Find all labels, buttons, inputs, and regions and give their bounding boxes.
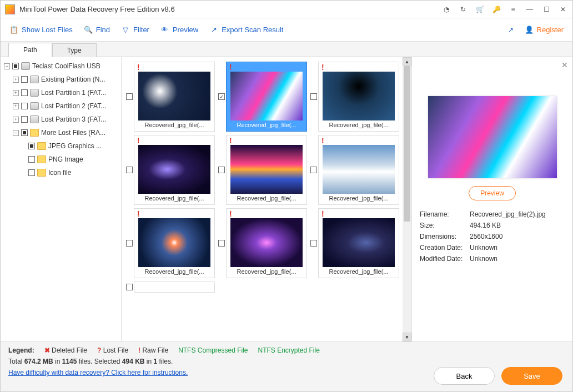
export-button[interactable]: ↗ Export Scan Result xyxy=(209,26,283,34)
thumb-card[interactable]: !Recovered_jpg_file(... xyxy=(226,135,307,205)
thumb-cell: !Recovered_jpg_file(... xyxy=(126,62,215,132)
file-name: Recovered_jpg_file(... xyxy=(136,120,213,129)
thumb-card[interactable]: !Recovered_jpg_file(... xyxy=(318,62,399,132)
help-link[interactable]: Have difficulty with data recovery? Clic… xyxy=(8,369,188,376)
help-icon[interactable]: ◔ xyxy=(441,4,451,14)
thumb-cell: !Recovered_jpg_file(... xyxy=(126,208,215,278)
folder-icon xyxy=(37,155,46,163)
thumb-cell: ✓!Recovered_jpg_file(... xyxy=(218,62,307,132)
show-lost-files-button[interactable]: 📋 Show Lost Files xyxy=(9,26,73,34)
expand-icon[interactable]: + xyxy=(13,77,19,83)
thumb-card[interactable]: !Recovered_jpg_file(... xyxy=(134,135,215,205)
thumb-cell: !Recovered_jpg_file(... xyxy=(310,208,399,278)
thumb-card[interactable]: !Recovered_jpg_file(... xyxy=(226,62,307,132)
checkbox[interactable] xyxy=(28,156,35,163)
thumb-card[interactable]: !Recovered_jpg_file(... xyxy=(134,208,215,278)
scroll-down-button[interactable]: ▼ xyxy=(403,333,411,341)
checkbox[interactable] xyxy=(28,143,35,149)
meta-dimensions-key: Dimensions: xyxy=(420,233,470,240)
drive-icon xyxy=(30,89,39,97)
thumbnail-image xyxy=(138,145,210,194)
collapse-icon[interactable]: − xyxy=(4,63,10,69)
tree-item[interactable]: + Existing Partition (N... xyxy=(2,73,120,86)
file-name: Recovered_jpg_file(... xyxy=(228,120,305,129)
preview-button[interactable]: 👁 Preview xyxy=(160,26,198,34)
tree-subitem[interactable]: PNG Image xyxy=(2,153,120,166)
cart-icon[interactable]: 🛒 xyxy=(475,4,485,14)
file-checkbox[interactable]: ✓ xyxy=(218,93,225,100)
thumb-card[interactable]: !Recovered_jpg_file(... xyxy=(318,135,399,205)
raw-file-icon: ! xyxy=(137,136,140,145)
maximize-button[interactable]: ☐ xyxy=(541,4,551,14)
menu-icon[interactable]: ≡ xyxy=(508,4,518,14)
meta-creation-value: Unknown xyxy=(470,244,565,252)
checkbox[interactable] xyxy=(12,63,19,69)
tabs: Path Type xyxy=(1,42,572,57)
file-checkbox[interactable] xyxy=(218,240,225,247)
tree-item-label: Lost Partition 1 (FAT... xyxy=(41,89,106,97)
thumbnail-image xyxy=(230,72,303,120)
tree-item[interactable]: − More Lost Files (RA... xyxy=(2,126,120,139)
checkbox[interactable] xyxy=(28,169,35,176)
tree-item[interactable]: + Lost Partition 1 (FAT... xyxy=(2,86,120,99)
folder-icon xyxy=(30,129,39,137)
checkbox[interactable] xyxy=(21,116,28,123)
file-checkbox[interactable] xyxy=(126,93,133,100)
app-logo-icon xyxy=(5,4,15,14)
checkbox[interactable] xyxy=(21,76,28,83)
raw-file-icon: ! xyxy=(137,209,140,218)
content-area: !Recovered_jpg_file(...✓!Recovered_jpg_f… xyxy=(122,57,572,341)
file-checkbox[interactable] xyxy=(310,93,317,100)
file-checkbox[interactable] xyxy=(310,167,317,173)
expand-icon[interactable]: + xyxy=(13,103,19,109)
share-icon[interactable]: ↗ xyxy=(508,26,514,34)
tree-subitem[interactable]: Icon file xyxy=(2,166,120,179)
scrollbar[interactable]: ▲ ▼ xyxy=(403,57,411,341)
file-checkbox[interactable] xyxy=(218,167,225,173)
tab-path[interactable]: Path xyxy=(8,43,52,57)
key-icon[interactable]: 🔑 xyxy=(491,4,501,14)
register-button[interactable]: 👤 Register xyxy=(525,26,564,34)
scroll-up-button[interactable]: ▲ xyxy=(403,57,411,66)
close-preview-icon[interactable]: ✕ xyxy=(561,61,568,69)
tree-subitem-label: Icon file xyxy=(48,169,71,177)
back-button[interactable]: Back xyxy=(434,367,495,385)
save-button[interactable]: Save xyxy=(501,367,562,385)
thumbnail-image xyxy=(323,145,395,194)
file-name: Recovered_jpg_file(... xyxy=(228,267,305,276)
tree-item[interactable]: + Lost Partition 2 (FAT... xyxy=(2,99,120,113)
drive-icon xyxy=(30,102,39,110)
file-checkbox[interactable] xyxy=(126,284,133,290)
thumb-card[interactable]: !Recovered_jpg_file(... xyxy=(318,208,399,278)
person-icon: 👤 xyxy=(525,26,534,34)
thumb-card[interactable]: !Recovered_jpg_file(... xyxy=(134,62,215,132)
expand-icon[interactable]: + xyxy=(13,90,19,96)
filter-button[interactable]: ▽ Filter xyxy=(121,26,149,34)
thumb-card[interactable]: !Recovered_jpg_file(... xyxy=(226,208,307,278)
tab-type[interactable]: Type xyxy=(52,43,97,57)
tree-subitem[interactable]: JPEG Graphics ... xyxy=(2,139,120,153)
checkbox[interactable] xyxy=(21,129,28,136)
collapse-icon[interactable]: − xyxy=(13,130,19,136)
minimize-button[interactable]: — xyxy=(525,4,535,14)
expand-icon[interactable]: + xyxy=(13,117,19,123)
refresh-icon[interactable]: ↻ xyxy=(458,4,468,14)
scroll-track[interactable] xyxy=(403,66,411,333)
tree-root[interactable]: − Teclast CoolFlash USB xyxy=(2,59,120,73)
tree-item[interactable]: + Lost Partition 3 (FAT... xyxy=(2,113,120,126)
thumb-cell: !Recovered_jpg_file(... xyxy=(310,135,399,205)
find-button[interactable]: 🔍 Find xyxy=(84,26,110,34)
preview-action-button[interactable]: Preview xyxy=(469,186,516,200)
checkbox[interactable] xyxy=(21,103,28,109)
close-button[interactable]: ✕ xyxy=(558,4,568,14)
file-checkbox[interactable] xyxy=(310,240,317,247)
thumb-cell: !Recovered_jpg_file(... xyxy=(218,208,307,278)
file-checkbox[interactable] xyxy=(126,167,133,173)
thumb-card[interactable] xyxy=(134,282,215,293)
scroll-thumb[interactable] xyxy=(404,66,410,222)
thumbnail-image xyxy=(230,145,303,194)
file-name: Recovered_jpg_file(... xyxy=(136,267,213,276)
checkbox[interactable] xyxy=(21,89,28,96)
file-checkbox[interactable] xyxy=(126,240,133,247)
meta-filename-value: Recovered_jpg_file(2).jpg xyxy=(470,210,565,218)
